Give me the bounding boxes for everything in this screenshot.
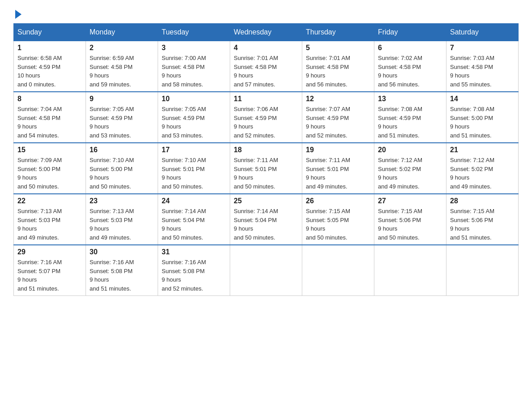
calendar-cell: 20Sunrise: 7:12 AMSunset: 5:02 PM9 hours…	[374, 143, 446, 194]
calendar-cell: 16Sunrise: 7:10 AMSunset: 5:00 PM9 hours…	[86, 143, 158, 194]
day-number: 4	[234, 44, 298, 52]
weekday-header-thursday: Thursday	[302, 24, 374, 41]
day-info: Sunrise: 7:02 AMSunset: 4:58 PM9 hoursan…	[378, 54, 442, 89]
day-number: 2	[90, 44, 154, 52]
calendar-cell: 14Sunrise: 7:08 AMSunset: 5:00 PM9 hours…	[446, 92, 519, 143]
day-number: 26	[306, 197, 370, 205]
calendar-cell: 5Sunrise: 7:01 AMSunset: 4:58 PM9 hoursa…	[302, 41, 374, 92]
calendar-cell: 7Sunrise: 7:03 AMSunset: 4:58 PM9 hoursa…	[446, 41, 519, 92]
day-info: Sunrise: 7:00 AMSunset: 4:58 PM9 hoursan…	[162, 54, 226, 89]
calendar-cell: 27Sunrise: 7:15 AMSunset: 5:06 PM9 hours…	[374, 194, 446, 245]
calendar-cell: 30Sunrise: 7:16 AMSunset: 5:08 PM9 hours…	[86, 245, 158, 296]
day-info: Sunrise: 7:01 AMSunset: 4:58 PM9 hoursan…	[306, 54, 370, 89]
calendar-cell: 10Sunrise: 7:05 AMSunset: 4:59 PM9 hours…	[158, 92, 230, 143]
day-info: Sunrise: 7:15 AMSunset: 5:05 PM9 hoursan…	[306, 207, 370, 242]
calendar-cell: 9Sunrise: 7:05 AMSunset: 4:59 PM9 hoursa…	[86, 92, 158, 143]
day-number: 30	[90, 248, 154, 256]
calendar-cell: 22Sunrise: 7:13 AMSunset: 5:03 PM9 hours…	[14, 194, 86, 245]
calendar-cell: 25Sunrise: 7:14 AMSunset: 5:04 PM9 hours…	[230, 194, 302, 245]
weekday-header-tuesday: Tuesday	[158, 24, 230, 41]
day-info: Sunrise: 7:11 AMSunset: 5:01 PM9 hoursan…	[306, 156, 370, 191]
day-info: Sunrise: 7:03 AMSunset: 4:58 PM9 hoursan…	[450, 54, 515, 89]
calendar-cell: 29Sunrise: 7:16 AMSunset: 5:07 PM9 hours…	[14, 245, 86, 296]
calendar-cell: 23Sunrise: 7:13 AMSunset: 5:03 PM9 hours…	[86, 194, 158, 245]
calendar-cell: 1Sunrise: 6:58 AMSunset: 4:59 PM10 hours…	[14, 41, 86, 92]
day-info: Sunrise: 7:08 AMSunset: 4:59 PM9 hoursan…	[378, 105, 442, 140]
day-number: 31	[162, 248, 226, 256]
day-info: Sunrise: 7:12 AMSunset: 5:02 PM9 hoursan…	[378, 156, 442, 191]
calendar-cell: 28Sunrise: 7:15 AMSunset: 5:06 PM9 hours…	[446, 194, 519, 245]
day-info: Sunrise: 6:58 AMSunset: 4:59 PM10 hoursa…	[17, 54, 82, 89]
day-info: Sunrise: 7:07 AMSunset: 4:59 PM9 hoursan…	[306, 105, 370, 140]
calendar-cell	[446, 245, 519, 296]
day-info: Sunrise: 7:16 AMSunset: 5:08 PM9 hoursan…	[90, 258, 154, 293]
day-info: Sunrise: 7:10 AMSunset: 5:00 PM9 hoursan…	[90, 156, 154, 191]
day-number: 13	[378, 95, 442, 103]
calendar-cell: 24Sunrise: 7:14 AMSunset: 5:04 PM9 hours…	[158, 194, 230, 245]
day-info: Sunrise: 7:15 AMSunset: 5:06 PM9 hoursan…	[450, 207, 515, 242]
day-info: Sunrise: 7:05 AMSunset: 4:59 PM9 hoursan…	[162, 105, 226, 140]
day-info: Sunrise: 7:06 AMSunset: 4:59 PM9 hoursan…	[234, 105, 298, 140]
logo-blue-text	[13, 9, 21, 19]
day-info: Sunrise: 7:15 AMSunset: 5:06 PM9 hoursan…	[378, 207, 442, 242]
calendar-cell: 13Sunrise: 7:08 AMSunset: 4:59 PM9 hours…	[374, 92, 446, 143]
calendar-week-row: 1Sunrise: 6:58 AMSunset: 4:59 PM10 hours…	[14, 41, 519, 92]
day-number: 27	[378, 197, 442, 205]
day-number: 6	[378, 44, 442, 52]
calendar-table: SundayMondayTuesdayWednesdayThursdayFrid…	[13, 23, 519, 296]
day-info: Sunrise: 7:13 AMSunset: 5:03 PM9 hoursan…	[17, 207, 82, 242]
day-number: 12	[306, 95, 370, 103]
day-info: Sunrise: 7:08 AMSunset: 5:00 PM9 hoursan…	[450, 105, 515, 140]
day-info: Sunrise: 7:14 AMSunset: 5:04 PM9 hoursan…	[162, 207, 226, 242]
day-info: Sunrise: 7:14 AMSunset: 5:04 PM9 hoursan…	[234, 207, 298, 242]
day-info: Sunrise: 6:59 AMSunset: 4:58 PM9 hoursan…	[90, 54, 154, 89]
day-info: Sunrise: 7:01 AMSunset: 4:58 PM9 hoursan…	[234, 54, 298, 89]
day-number: 11	[234, 95, 298, 103]
day-info: Sunrise: 7:11 AMSunset: 5:01 PM9 hoursan…	[234, 156, 298, 191]
day-info: Sunrise: 7:05 AMSunset: 4:59 PM9 hoursan…	[90, 105, 154, 140]
day-info: Sunrise: 7:13 AMSunset: 5:03 PM9 hoursan…	[90, 207, 154, 242]
calendar-week-row: 15Sunrise: 7:09 AMSunset: 5:00 PM9 hours…	[14, 143, 519, 194]
day-number: 19	[306, 146, 370, 154]
day-number: 29	[17, 248, 82, 256]
day-number: 15	[17, 146, 82, 154]
calendar-cell: 4Sunrise: 7:01 AMSunset: 4:58 PM9 hoursa…	[230, 41, 302, 92]
day-number: 17	[162, 146, 226, 154]
calendar-cell: 18Sunrise: 7:11 AMSunset: 5:01 PM9 hours…	[230, 143, 302, 194]
day-number: 18	[234, 146, 298, 154]
day-number: 24	[162, 197, 226, 205]
day-number: 10	[162, 95, 226, 103]
calendar-cell: 21Sunrise: 7:12 AMSunset: 5:02 PM9 hours…	[446, 143, 519, 194]
calendar-week-row: 29Sunrise: 7:16 AMSunset: 5:07 PM9 hours…	[14, 245, 519, 296]
calendar-cell: 15Sunrise: 7:09 AMSunset: 5:00 PM9 hours…	[14, 143, 86, 194]
day-number: 23	[90, 197, 154, 205]
calendar-cell: 11Sunrise: 7:06 AMSunset: 4:59 PM9 hours…	[230, 92, 302, 143]
calendar-cell: 12Sunrise: 7:07 AMSunset: 4:59 PM9 hours…	[302, 92, 374, 143]
calendar-cell: 2Sunrise: 6:59 AMSunset: 4:58 PM9 hoursa…	[86, 41, 158, 92]
page-header	[13, 9, 519, 19]
weekday-header-saturday: Saturday	[446, 24, 519, 41]
calendar-week-row: 8Sunrise: 7:04 AMSunset: 4:58 PM9 hoursa…	[14, 92, 519, 143]
day-number: 5	[306, 44, 370, 52]
day-info: Sunrise: 7:04 AMSunset: 4:58 PM9 hoursan…	[17, 105, 82, 140]
weekday-header-wednesday: Wednesday	[230, 24, 302, 41]
calendar-week-row: 22Sunrise: 7:13 AMSunset: 5:03 PM9 hours…	[14, 194, 519, 245]
weekday-header-friday: Friday	[374, 24, 446, 41]
calendar-cell: 6Sunrise: 7:02 AMSunset: 4:58 PM9 hoursa…	[374, 41, 446, 92]
day-info: Sunrise: 7:12 AMSunset: 5:02 PM9 hoursan…	[450, 156, 515, 191]
calendar-cell: 8Sunrise: 7:04 AMSunset: 4:58 PM9 hoursa…	[14, 92, 86, 143]
day-info: Sunrise: 7:16 AMSunset: 5:07 PM9 hoursan…	[17, 258, 82, 293]
day-number: 9	[90, 95, 154, 103]
logo	[13, 9, 21, 19]
day-number: 8	[17, 95, 82, 103]
day-number: 16	[90, 146, 154, 154]
calendar-cell	[374, 245, 446, 296]
day-number: 14	[450, 95, 515, 103]
day-number: 25	[234, 197, 298, 205]
day-number: 3	[162, 44, 226, 52]
weekday-header-sunday: Sunday	[14, 24, 86, 41]
day-info: Sunrise: 7:09 AMSunset: 5:00 PM9 hoursan…	[17, 156, 82, 191]
day-info: Sunrise: 7:16 AMSunset: 5:08 PM9 hoursan…	[162, 258, 226, 293]
day-number: 21	[450, 146, 515, 154]
day-number: 22	[17, 197, 82, 205]
